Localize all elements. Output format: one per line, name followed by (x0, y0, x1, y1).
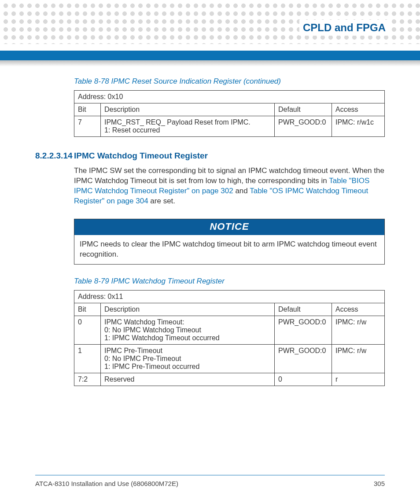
footer-doc-title: ATCA-8310 Installation and Use (6806800M… (35, 480, 178, 487)
cell-access: IPMC: r/w1c (332, 116, 385, 137)
cell-default: PWR_GOOD:0 (275, 316, 332, 344)
page-footer: ATCA-8310 Installation and Use (6806800M… (35, 475, 385, 487)
cell-default: 0 (275, 373, 332, 386)
col-header: Access (332, 103, 385, 116)
col-header: Description (101, 303, 275, 316)
col-header: Bit (74, 103, 101, 116)
table-row: Bit Description Default Access (74, 103, 385, 116)
cell-desc: IPMC_RST_ REQ_ Payload Reset from IPMC. … (101, 116, 275, 137)
table-row: 7:2 Reserved 0 r (74, 373, 385, 386)
text: are set. (148, 197, 175, 205)
header-shadow (0, 60, 420, 66)
notice-box: NOTICE IPMC needs to clear the IPMC watc… (74, 219, 385, 265)
section-paragraph: The IPMC SW set the corresponding bit to… (74, 166, 385, 206)
table-row: Address: 0x10 (74, 91, 385, 103)
table-row: 7 IPMC_RST_ REQ_ Payload Reset from IPMC… (74, 116, 385, 137)
section-number: 8.2.2.3.14 (35, 151, 74, 161)
col-header: Access (332, 303, 385, 316)
cell-desc: IPMC Pre-Timeout 0: No IPMC Pre-Timeout … (101, 344, 275, 373)
cell-default: PWR_GOOD:0 (275, 344, 332, 373)
cell-bit: 0 (74, 316, 101, 344)
cell-bit: 7 (74, 116, 101, 137)
cell-access: r (332, 373, 385, 386)
chapter-title: CPLD and FPGA (299, 20, 389, 36)
col-header: Default (275, 303, 332, 316)
header-bar (0, 51, 420, 60)
cell-access: IPMC: r/w (332, 316, 385, 344)
cell-bit: 1 (74, 344, 101, 373)
cell-access: IPMC: r/w (332, 344, 385, 373)
col-header: Description (101, 103, 275, 116)
table-78-caption: Table 8-78 IPMC Reset Source Indication … (74, 77, 385, 86)
table-address: Address: 0x10 (74, 91, 385, 103)
table-row: Address: 0x11 (74, 290, 385, 303)
table-row: 0 IPMC Watchdog Timeout: 0: No IPMC Watc… (74, 316, 385, 344)
section-heading: 8.2.2.3.14IPMC Watchdog Timeout Register (35, 151, 385, 161)
table-row: 1 IPMC Pre-Timeout 0: No IPMC Pre-Timeou… (74, 344, 385, 373)
page-content: Table 8-78 IPMC Reset Source Indication … (35, 77, 385, 504)
section-title: IPMC Watchdog Timeout Register (74, 151, 208, 160)
cell-desc: IPMC Watchdog Timeout: 0: No IPMC Watchd… (101, 316, 275, 344)
table-78: Address: 0x10 Bit Description Default Ac… (74, 90, 385, 137)
col-header: Bit (74, 303, 101, 316)
text: and (233, 187, 250, 195)
footer-rule (35, 475, 385, 475)
cell-default: PWR_GOOD:0 (275, 116, 332, 137)
notice-header: NOTICE (74, 219, 384, 235)
notice-body: IPMC needs to clear the IPMC watchdog ti… (74, 235, 384, 264)
cell-bit: 7:2 (74, 373, 101, 386)
table-79-caption: Table 8-79 IPMC Watchdog Timeout Registe… (74, 277, 385, 286)
cell-desc: Reserved (101, 373, 275, 386)
footer-page-number: 305 (374, 480, 385, 487)
table-row: Bit Description Default Access (74, 303, 385, 316)
table-address: Address: 0x11 (74, 290, 385, 303)
table-79: Address: 0x11 Bit Description Default Ac… (74, 290, 385, 386)
col-header: Default (275, 103, 332, 116)
